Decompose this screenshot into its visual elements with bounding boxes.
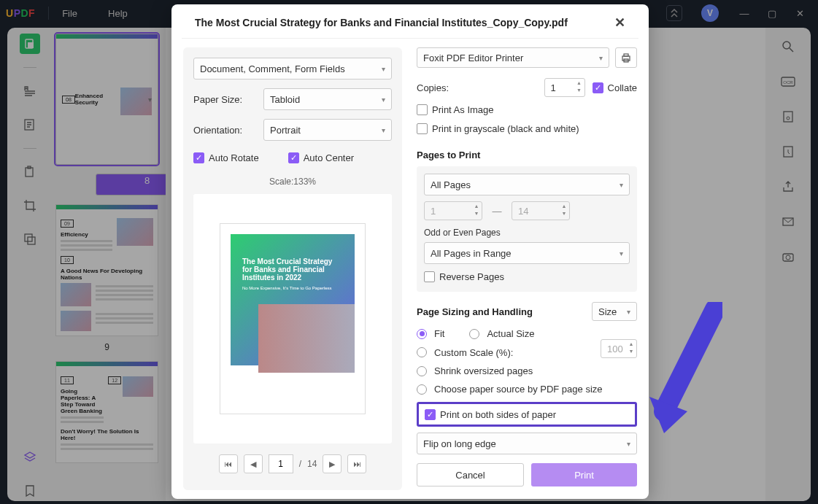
pages-select[interactable]: All Pages bbox=[424, 174, 630, 195]
prev-page-icon[interactable]: ◀ bbox=[244, 454, 263, 473]
paper-size-select[interactable]: Tabloid bbox=[263, 88, 392, 110]
orientation-select[interactable]: Portrait bbox=[263, 119, 392, 141]
sizing-heading: Page Sizing and Handling bbox=[417, 306, 533, 317]
print-button[interactable]: Print bbox=[531, 463, 637, 486]
copies-input[interactable]: 1▲▼ bbox=[544, 78, 585, 97]
fit-radio[interactable]: Fit bbox=[417, 328, 444, 339]
paper-size-label: Paper Size: bbox=[193, 94, 256, 105]
dialog-title: The Most Crucial Strategy for Banks and … bbox=[195, 17, 568, 28]
range-from-input[interactable]: 1▲▼ bbox=[424, 201, 482, 220]
auto-rotate-checkbox[interactable]: Auto Rotate bbox=[193, 152, 259, 163]
range-to-input[interactable]: 14▲▼ bbox=[512, 201, 570, 220]
size-mode-select[interactable]: Size bbox=[592, 302, 637, 321]
both-sides-highlight: Print on both sides of paper bbox=[417, 402, 637, 427]
actual-radio[interactable]: Actual Size bbox=[469, 328, 534, 339]
reverse-checkbox[interactable]: Reverse Pages bbox=[424, 271, 504, 282]
scale-label: Scale:133% bbox=[193, 177, 392, 187]
page-input[interactable] bbox=[269, 454, 293, 473]
odd-even-select[interactable]: All Pages in Range bbox=[424, 242, 630, 264]
printer-select[interactable]: Foxit PDF Editor Printer bbox=[417, 47, 609, 68]
copies-label: Copies: bbox=[417, 82, 537, 93]
both-sides-checkbox[interactable]: Print on both sides of paper bbox=[425, 409, 556, 420]
first-page-icon[interactable]: ⏮ bbox=[219, 454, 238, 473]
next-page-icon[interactable]: ▶ bbox=[323, 454, 342, 473]
odd-even-label: Odd or Even Pages bbox=[424, 228, 630, 238]
orientation-label: Orientation: bbox=[193, 125, 256, 136]
cancel-button[interactable]: Cancel bbox=[417, 463, 524, 486]
print-preview: The Most Crucial Strategy for Banks and … bbox=[193, 194, 392, 443]
custom-scale-radio[interactable]: Custom Scale (%): bbox=[417, 347, 513, 358]
custom-scale-input[interactable]: 100▲▼ bbox=[601, 339, 637, 358]
choose-source-radio[interactable]: Choose paper source by PDF page size bbox=[417, 384, 637, 395]
print-as-image-checkbox[interactable]: Print As Image bbox=[417, 104, 494, 115]
print-what-select[interactable]: Document, Comment, Form Fields bbox=[193, 58, 392, 80]
pages-heading: Pages to Print bbox=[417, 150, 637, 160]
close-icon[interactable]: ✕ bbox=[614, 15, 625, 31]
shrink-radio[interactable]: Shrink oversized pages bbox=[417, 365, 637, 376]
grayscale-checkbox[interactable]: Print in grayscale (black and white) bbox=[417, 123, 579, 134]
svg-rect-17 bbox=[624, 54, 628, 56]
printer-properties-icon[interactable] bbox=[615, 47, 637, 68]
collate-checkbox[interactable]: Collate bbox=[593, 82, 637, 93]
print-dialog: The Most Crucial Strategy for Banks and … bbox=[171, 4, 649, 499]
last-page-icon[interactable]: ⏭ bbox=[347, 454, 366, 473]
page-total: 14 bbox=[307, 459, 317, 469]
auto-center-checkbox[interactable]: Auto Center bbox=[288, 152, 354, 163]
flip-select[interactable]: Flip on long edge bbox=[417, 433, 637, 454]
